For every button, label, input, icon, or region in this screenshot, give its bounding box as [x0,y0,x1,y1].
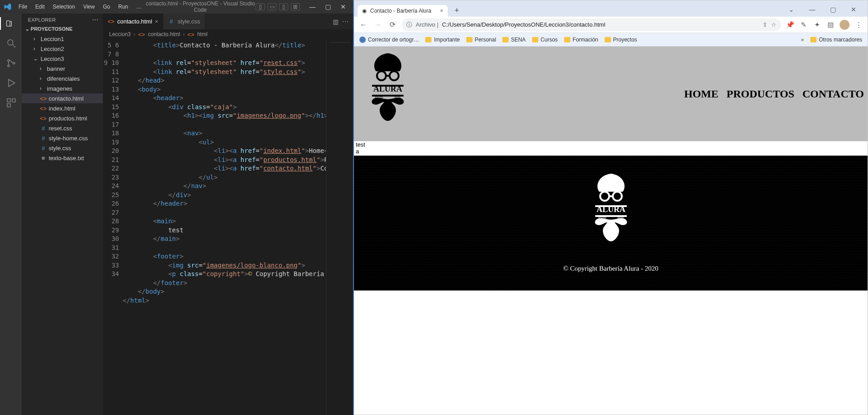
svg-rect-23 [595,215,627,217]
file-reset[interactable]: #reset.css [22,123,103,133]
extensions-puzzle-icon[interactable]: ✦ [813,21,822,29]
window-close-icon[interactable]: ✕ [845,6,862,13]
menu-more[interactable]: … [133,4,145,10]
window-maximize-icon[interactable]: ▢ [824,6,841,13]
chrome-chevron-icon[interactable]: ⌄ [783,6,800,13]
svg-point-3 [8,65,9,67]
chrome-window: ◉ Contacto - Barbería Alura × + ⌄ — ▢ ✕ … [353,0,868,415]
menu-view[interactable]: View [80,4,98,10]
url-prefix: Archivo | [416,21,438,28]
bookmark-personal[interactable]: Personal [466,37,496,43]
nav-contacto[interactable]: CONTACTO [803,88,864,100]
file-textobase[interactable]: ≡texto-base.txt [22,153,103,163]
menu-file[interactable]: File [15,4,30,10]
layout-icon[interactable]: ▯ [279,3,288,10]
menu-selection[interactable]: Selection [50,4,78,10]
footer-copyright: © Copyright Barbería Alura - 2020 [354,265,868,272]
reload-button[interactable]: ⟳ [387,20,397,29]
close-icon[interactable]: × [155,18,158,25]
site-logo: ALURA ESTD 2020 [365,51,410,137]
rendered-page: ALURA ESTD 2020 HOME PRODUCTOS CONTACTO … [354,46,868,415]
window-maximize-icon[interactable]: ▢ [321,3,334,10]
sidepanel-icon[interactable]: ▤ [826,21,835,29]
folder-banner[interactable]: ›banner [22,64,103,74]
clip-icon[interactable]: ✎ [799,21,808,29]
share-icon[interactable]: ⇪ [762,21,767,28]
bookmarks-bar: Corrector de ortogr… Importante Personal… [354,33,868,46]
favicon-icon: ◉ [362,8,367,14]
minimap[interactable] [326,39,353,415]
bookmark-star-icon[interactable]: ☆ [771,21,776,28]
close-icon[interactable]: × [440,8,443,14]
tab-style[interactable]: #style.css [163,14,205,29]
explorer-sidebar: EXPLORER ⋯ PROYECTOSONE ›Leccion1 ›Lecci… [22,14,103,415]
bookmarks-overflow-icon[interactable]: » [801,37,804,43]
bookmark-formacion[interactable]: Formación [564,37,598,43]
folder-leccion3[interactable]: ⌄Leccion3 [22,54,103,64]
folder-leccion2[interactable]: ›Leccion2 [22,44,103,54]
site-nav: HOME PRODUCTOS CONTACTO [684,88,868,100]
file-contacto[interactable]: <>contacto.html [22,93,103,103]
back-button[interactable]: ← [358,21,368,29]
chrome-tabstrip: ◉ Contacto - Barbería Alura × + ⌄ — ▢ ✕ [354,0,868,17]
file-tree: ›Leccion1 ›Leccion2 ⌄Leccion3 ›banner ›d… [22,33,103,164]
svg-rect-10 [386,75,390,77]
bookmark-proyectos[interactable]: Proyectos [605,37,637,43]
bookmark-sena[interactable]: SENA [502,37,526,43]
svg-point-9 [390,71,399,80]
tab-contacto[interactable]: <>contacto.html× [103,14,163,29]
file-productos[interactable]: <>productos.html [22,113,103,123]
omnibox[interactable]: ⓘ Archivo | C:/Users/Sena/Desktop/Proyec… [402,18,781,31]
new-tab-button[interactable]: + [450,4,463,17]
explorer-more-icon[interactable]: ⋯ [92,16,98,23]
menu-run[interactable]: Run [115,4,131,10]
explorer-label: EXPLORER [28,17,56,23]
forward-button[interactable]: → [373,21,383,29]
nav-productos[interactable]: PRODUCTOS [726,88,794,100]
bookmark-cursos[interactable]: Cursos [532,37,558,43]
window-close-icon[interactable]: ✕ [337,3,349,10]
pin-icon[interactable]: 📌 [785,21,795,29]
run-debug-icon[interactable] [5,77,17,89]
bookmark-importante[interactable]: Importante [425,37,459,43]
split-editor-icon[interactable]: ▥ [333,18,339,25]
breadcrumb[interactable]: Leccion3› <>contacto.html› <>html [103,29,353,39]
layout-icon[interactable]: ▭ [267,3,276,10]
file-stylehome[interactable]: #style-home.css [22,133,103,143]
profile-avatar[interactable] [840,20,850,30]
file-index[interactable]: <>index.html [22,103,103,113]
folder-imagenes[interactable]: ›imagenes [22,83,103,93]
info-icon: ⓘ [406,21,412,29]
site-header: ALURA ESTD 2020 HOME PRODUCTOS CONTACTO [354,46,868,141]
explorer-icon[interactable] [0,17,13,30]
folder-leccion1[interactable]: ›Leccion1 [22,34,103,44]
svg-rect-15 [372,95,404,97]
nav-home[interactable]: HOME [684,88,718,100]
chrome-tab[interactable]: ◉ Contacto - Barbería Alura × [358,5,448,17]
window-minimize-icon[interactable]: — [804,6,821,13]
file-stylecss[interactable]: #style.css [22,143,103,153]
chrome-tab-title: Contacto - Barbería Alura [370,8,431,14]
menu-edit[interactable]: Edit [32,4,48,10]
vscode-logo-icon [0,3,15,11]
body-text-a: a [356,148,868,155]
bookmark-spell[interactable]: Corrector de ortogr… [359,37,419,43]
svg-point-2 [8,60,9,61]
window-minimize-icon[interactable]: — [306,3,319,10]
layout-icon[interactable]: ⊞ [291,3,300,10]
folder-diferenciales[interactable]: ›diferenciales [22,74,103,83]
search-icon[interactable] [5,37,17,50]
project-root[interactable]: PROYECTOSONE [22,25,103,33]
more-icon[interactable]: ⋯ [342,18,349,25]
source-control-icon[interactable] [5,57,17,69]
code-editor[interactable]: <title>Contacto - Barbería Alura</title>… [123,39,326,415]
vscode-menu-bar: File Edit Selection View Go Run … [15,4,145,10]
bookmark-otros[interactable]: Otros marcadores [810,37,862,43]
menu-go[interactable]: Go [100,4,113,10]
svg-point-17 [613,192,622,201]
extensions-icon[interactable] [5,97,17,109]
line-number-gutter: 5 6 7 8 9 10 11 12 13 14 15 16 17 18 19 … [103,39,123,415]
chrome-menu-icon[interactable]: ⋮ [854,21,863,29]
body-text-test: test [356,141,868,148]
layout-icon[interactable]: ▯ [256,3,265,10]
